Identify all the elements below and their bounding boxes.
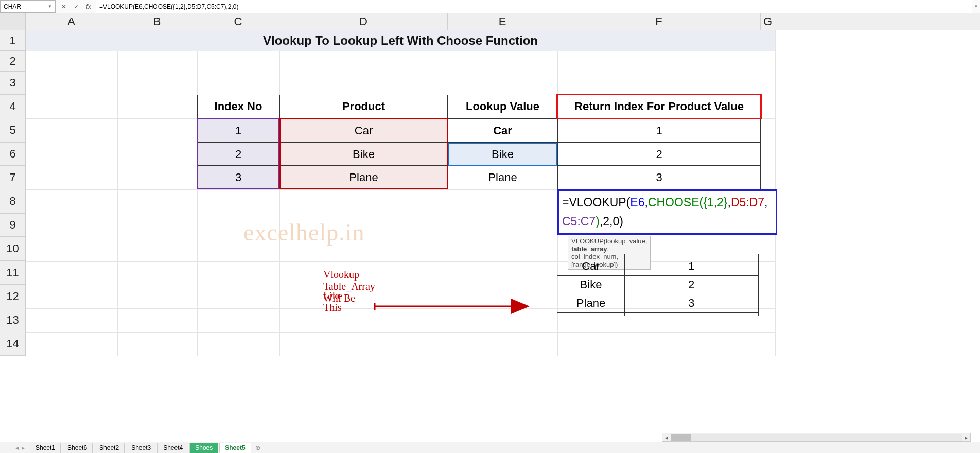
col-header-A[interactable]: A [26, 13, 117, 30]
cell-lookup-3[interactable]: Plane [448, 166, 557, 189]
cell-value: Bike [492, 148, 514, 161]
formula-ref-e6: E6 [630, 196, 644, 209]
formula-part: , [764, 196, 767, 209]
cell-index-2[interactable]: 2 [197, 143, 279, 166]
formula-bar: CHAR ▼ ✕ ✓ fx =VLOOKUP(E6,CHOOSE({1,2},D… [0, 0, 980, 13]
cell-lookup-1[interactable]: Car [448, 118, 557, 143]
add-sheet-icon[interactable]: ⊕ [255, 444, 260, 448]
tab-sheet2[interactable]: Sheet2 [94, 443, 125, 448]
cell-lookup-2[interactable]: Bike [448, 143, 557, 166]
row-header-2[interactable]: 2 [0, 51, 25, 72]
cell-value: Car [355, 124, 373, 137]
cell-value: Car [493, 124, 512, 137]
virtual-cell: Bike [557, 275, 624, 294]
horizontal-scrollbar[interactable]: ◂ ▸ [662, 433, 971, 442]
page-title: Vlookup To Lookup Left With Choose Funct… [26, 30, 775, 51]
scroll-right-icon[interactable]: ▸ [962, 434, 970, 441]
expand-formula-bar-icon[interactable]: ▼ [972, 0, 980, 13]
cell-return-1[interactable]: 1 [557, 118, 761, 143]
formula-input[interactable]: =VLOOKUP(E6,CHOOSE({1,2},D5:D7,C5:C7),2,… [96, 0, 972, 13]
col-header-G[interactable]: G [761, 13, 775, 30]
header-product: Product [279, 95, 448, 118]
row-header-1[interactable]: 1 [0, 30, 25, 51]
formula-part: ,2,0) [600, 215, 623, 228]
formula-part: =VLOOKUP( [562, 196, 630, 209]
col-header-F[interactable]: F [557, 13, 761, 30]
formula-ref-c: C5:C7 [562, 215, 596, 228]
cell-return-2[interactable]: 2 [557, 143, 761, 166]
cell-value: 1 [656, 124, 662, 137]
row-header-9[interactable]: 9 [0, 214, 25, 237]
row-headers: 1234567891011121314 [0, 30, 26, 356]
header-index: Index No [197, 95, 279, 118]
sheet-tabs: ◂ ▸ Sheet1Sheet6Sheet2Sheet3Sheet4ShoesS… [0, 442, 980, 448]
header-lookup: Lookup Value [448, 95, 557, 118]
col-header-D[interactable]: D [279, 13, 448, 30]
tab-sheet4[interactable]: Sheet4 [157, 443, 188, 448]
fx-icon[interactable]: fx [83, 3, 94, 10]
cancel-icon[interactable]: ✕ [58, 3, 69, 10]
scroll-track[interactable] [671, 434, 962, 441]
tab-sheet1[interactable]: Sheet1 [30, 443, 61, 448]
cell-value: 1 [235, 124, 241, 137]
row-header-8[interactable]: 8 [0, 189, 25, 214]
row-header-12[interactable]: 12 [0, 285, 25, 308]
col-header-B[interactable]: B [117, 13, 197, 30]
row-header-11[interactable]: 11 [0, 261, 25, 285]
grid: ABCDEFG 1234567891011121314 Vlookup To L… [0, 13, 980, 448]
callout-red-header [556, 94, 762, 119]
tab-nav[interactable]: ◂ ▸ [15, 444, 25, 448]
chevron-down-icon[interactable]: ▼ [48, 4, 52, 9]
formula-part: ) [596, 215, 600, 228]
annotation-line2: Like This [323, 290, 342, 313]
virtual-cell: 3 [624, 294, 758, 312]
name-box-value: CHAR [4, 3, 21, 10]
tab-shoes[interactable]: Shoes [189, 443, 218, 448]
header-lookup-text: Lookup Value [466, 100, 539, 113]
tab-first-icon[interactable]: ◂ [15, 444, 19, 448]
row-header-6[interactable]: 6 [0, 143, 25, 166]
enter-icon[interactable]: ✓ [71, 3, 82, 10]
cell-value: 2 [656, 148, 662, 161]
row-header-4[interactable]: 4 [0, 95, 25, 118]
select-all-corner[interactable] [0, 13, 26, 30]
tooltip-arg-bold: table_array [571, 245, 607, 253]
formula-ref-d: D5:D7 [731, 196, 764, 209]
cell-product-2[interactable]: Bike [279, 143, 448, 166]
header-product-text: Product [342, 100, 385, 113]
row-header-14[interactable]: 14 [0, 332, 25, 356]
col-header-E[interactable]: E [448, 13, 557, 30]
tab-sheet5[interactable]: Sheet5 [219, 443, 251, 448]
formula-array: {1,2} [703, 196, 727, 209]
title-text: Vlookup To Lookup Left With Choose Funct… [263, 33, 538, 48]
name-box[interactable]: CHAR ▼ [0, 0, 56, 13]
tab-prev-icon[interactable]: ▸ [22, 444, 25, 448]
cell-return-3[interactable]: 3 [557, 166, 761, 189]
formula-choose: CHOOSE( [648, 196, 703, 209]
cell-product-1[interactable]: Car [279, 118, 448, 143]
tooltip-arg: lookup_value [606, 237, 645, 245]
tooltip-sep: , [607, 245, 609, 253]
tab-sheet3[interactable]: Sheet3 [126, 443, 156, 448]
cell-value: Plane [488, 171, 517, 184]
cell-index-3[interactable]: 3 [197, 166, 279, 189]
scroll-left-icon[interactable]: ◂ [662, 434, 671, 441]
formula-colored: =VLOOKUP(E6,CHOOSE({1,2},D5:D7,C5:C7),2,… [559, 191, 776, 233]
row-header-5[interactable]: 5 [0, 118, 25, 143]
virtual-cell: 2 [624, 275, 758, 294]
row-header-3[interactable]: 3 [0, 72, 25, 95]
cell-product-3[interactable]: Plane [279, 166, 448, 189]
virtual-cell: Car [557, 257, 624, 275]
cell-value: 2 [235, 148, 241, 161]
row-header-10[interactable]: 10 [0, 237, 25, 261]
column-headers: ABCDEFG [26, 13, 980, 30]
tab-sheet6[interactable]: Sheet6 [62, 443, 93, 448]
scroll-thumb[interactable] [671, 434, 691, 441]
row-header-7[interactable]: 7 [0, 166, 25, 189]
tooltip-fn: VLOOKUP( [571, 237, 606, 245]
virtual-cell: 1 [624, 257, 758, 275]
row-header-13[interactable]: 13 [0, 308, 25, 332]
arrow-icon [372, 296, 537, 317]
col-header-C[interactable]: C [197, 13, 279, 30]
cell-index-1[interactable]: 1 [197, 118, 279, 143]
